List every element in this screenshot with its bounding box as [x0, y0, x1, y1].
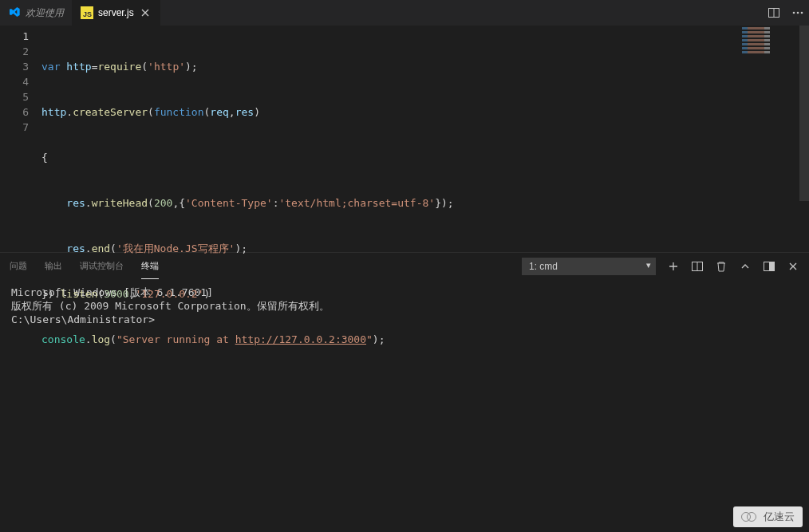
line-number: 2 [0, 44, 41, 59]
svg-point-3 [797, 12, 799, 14]
line-number: 7 [0, 120, 41, 135]
watermark-text: 亿速云 [764, 510, 795, 524]
terminal-selector-wrap: 1: cmd [522, 258, 656, 275]
panel-tab-problems[interactable]: 问题 [10, 254, 27, 278]
svg-point-2 [793, 12, 795, 14]
vscode-icon [8, 6, 21, 21]
svg-point-4 [801, 12, 803, 14]
line-number: 6 [0, 104, 41, 120]
editor-scrollbar[interactable] [799, 26, 809, 201]
line-number: 5 [0, 89, 41, 104]
editor-area[interactable]: 1 2 3 4 5 6 7 var http=require('http'); … [0, 26, 809, 252]
tabs-bar: 欢迎使用 JS server.js [0, 0, 809, 26]
tab-server-js[interactable]: JS server.js [73, 0, 160, 26]
tabs-right-actions [768, 0, 809, 26]
line-number: 1 [0, 29, 41, 44]
line-number-gutter: 1 2 3 4 5 6 7 [0, 26, 41, 252]
tab-welcome-label: 欢迎使用 [26, 6, 64, 20]
code-content[interactable]: var http=require('http'); http.createSer… [41, 26, 809, 252]
watermark: 亿速云 [733, 506, 803, 527]
close-tab-icon[interactable] [139, 6, 152, 19]
tab-active-label: server.js [98, 7, 134, 18]
tab-welcome[interactable]: 欢迎使用 [0, 0, 73, 26]
minimap[interactable] [742, 27, 798, 59]
more-actions-icon[interactable] [791, 6, 804, 19]
watermark-cloud-icon [741, 511, 759, 522]
line-number: 4 [0, 74, 41, 89]
js-file-icon: JS [81, 6, 93, 19]
split-editor-icon[interactable] [768, 6, 780, 19]
terminal-selector[interactable]: 1: cmd [522, 258, 656, 275]
line-number: 3 [0, 59, 41, 74]
